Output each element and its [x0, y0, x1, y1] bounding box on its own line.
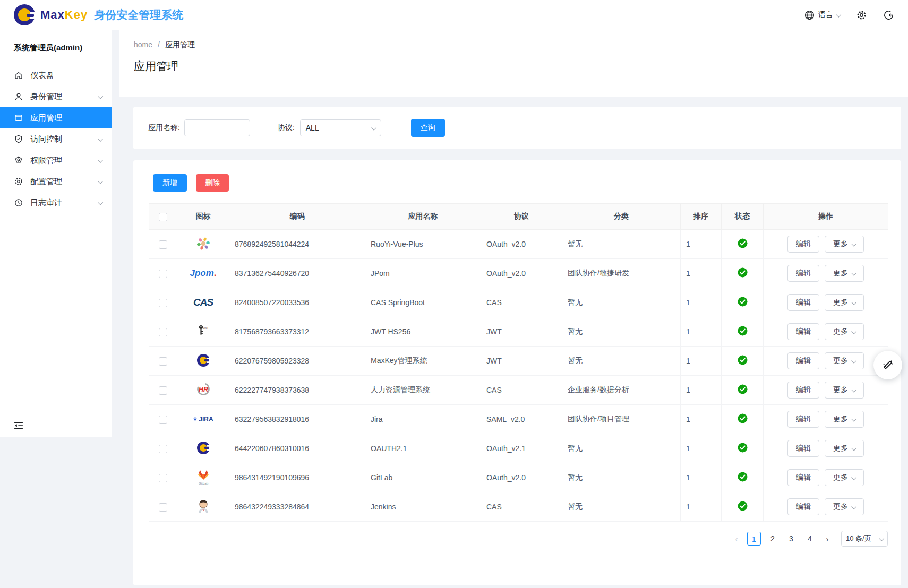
- next-page-button[interactable]: ›: [821, 534, 833, 543]
- row-checkbox[interactable]: [159, 474, 167, 482]
- gitlab-logo: GitLab: [194, 468, 212, 486]
- language-menu[interactable]: 语言: [804, 10, 840, 21]
- table-row: 622076759805923328MaxKey管理系统JWT暂无1编辑更多: [149, 347, 888, 376]
- sidebar-item-configuration[interactable]: 配置管理: [0, 171, 112, 192]
- row-checkbox[interactable]: [159, 270, 167, 278]
- magic-wand-fab[interactable]: [873, 351, 902, 379]
- app-sort-cell: 1: [681, 347, 722, 376]
- chevron-down-icon: [851, 416, 856, 421]
- app-category-cell: 团队协作/敏捷研发: [562, 259, 681, 288]
- logout-icon[interactable]: [883, 10, 894, 21]
- svg-text:GitLab: GitLab: [198, 481, 208, 485]
- edit-button[interactable]: 编辑: [787, 352, 819, 369]
- more-button[interactable]: 更多: [825, 469, 864, 486]
- more-button[interactable]: 更多: [825, 265, 864, 282]
- prev-page-button[interactable]: ‹: [731, 534, 742, 543]
- app-code-cell: 837136275440926720: [229, 259, 365, 288]
- pagination: ‹1234›10 条/页: [133, 531, 888, 547]
- row-checkbox[interactable]: [159, 416, 167, 424]
- row-checkbox[interactable]: [159, 503, 167, 512]
- breadcrumb-home-link[interactable]: home: [134, 40, 152, 50]
- select-all-checkbox[interactable]: [159, 213, 167, 221]
- sidebar-item-permissions[interactable]: 权限管理: [0, 150, 112, 171]
- breadcrumb: home / 应用管理: [119, 30, 908, 50]
- sidebar-item-identity[interactable]: 身份管理: [0, 86, 112, 107]
- status-enabled-icon: [738, 300, 748, 308]
- sidebar-item-label: 配置管理: [30, 177, 62, 187]
- row-checkbox[interactable]: [159, 299, 167, 307]
- row-checkbox[interactable]: [159, 328, 167, 336]
- more-button[interactable]: 更多: [825, 498, 864, 515]
- ruoyi-logo: [195, 236, 211, 252]
- page-header: home / 应用管理 应用管理: [119, 30, 908, 97]
- brand-name: Max: [40, 8, 65, 22]
- app-category-cell: 暂无: [562, 347, 681, 376]
- status-enabled-icon: [738, 271, 748, 279]
- top-header: MaxKey 身份安全管理系统 语言: [0, 0, 908, 30]
- sidebar-item-audit-log[interactable]: 日志审计: [0, 192, 112, 213]
- status-enabled-icon: [738, 329, 748, 338]
- page-button-2[interactable]: 2: [766, 532, 779, 546]
- app-sort-cell: 1: [681, 434, 722, 463]
- cas-logo: CAS: [193, 297, 213, 308]
- row-checkbox[interactable]: [159, 445, 167, 453]
- edit-button[interactable]: 编辑: [787, 498, 819, 515]
- edit-button[interactable]: 编辑: [787, 411, 819, 428]
- app-protocol-cell: CAS: [481, 288, 562, 317]
- chevron-down-icon: [98, 93, 103, 99]
- chevron-down-icon: [836, 12, 841, 17]
- edit-button[interactable]: 编辑: [787, 236, 819, 253]
- edit-button[interactable]: 编辑: [787, 294, 819, 311]
- edit-button[interactable]: 编辑: [787, 469, 819, 486]
- svg-text:HR: HR: [198, 386, 208, 393]
- more-button[interactable]: 更多: [825, 382, 864, 399]
- table-row: 644220607860310016OAUTH2.1OAuth_v2.1暂无1编…: [149, 434, 888, 463]
- table-body: 876892492581044224RuoYi-Vue-PlusOAuth_v2…: [149, 230, 888, 522]
- sidebar-item-label: 权限管理: [30, 155, 62, 166]
- language-label: 语言: [818, 10, 833, 20]
- edit-button[interactable]: 编辑: [787, 265, 819, 282]
- search-button[interactable]: 查询: [411, 119, 445, 137]
- column-header: 操作: [764, 204, 888, 230]
- edit-button[interactable]: 编辑: [787, 323, 819, 340]
- delete-button[interactable]: 删除: [196, 174, 229, 192]
- row-checkbox[interactable]: [159, 386, 167, 395]
- row-checkbox[interactable]: [159, 357, 167, 366]
- page-size-select[interactable]: 10 条/页: [841, 531, 888, 547]
- app-protocol-cell: OAuth_v2.0: [481, 230, 562, 259]
- app-sort-cell: 1: [681, 317, 722, 347]
- more-button[interactable]: 更多: [825, 440, 864, 457]
- more-button[interactable]: 更多: [825, 411, 864, 428]
- jpom-logo: Jpom.: [190, 268, 216, 279]
- gear-icon[interactable]: [856, 10, 867, 21]
- app-name-cell: JPom: [365, 259, 481, 288]
- protocol-select[interactable]: ALL: [300, 119, 381, 136]
- more-button[interactable]: 更多: [825, 352, 864, 369]
- more-button[interactable]: 更多: [825, 294, 864, 311]
- more-button[interactable]: 更多: [825, 236, 864, 253]
- chevron-down-icon: [98, 178, 103, 184]
- apps-table: 图标编码应用名称协议分类排序状态操作 876892492581044224Ruo…: [149, 203, 888, 522]
- svg-text:JWT: JWT: [203, 326, 209, 329]
- sidebar-item-access-control[interactable]: 访问控制: [0, 128, 112, 150]
- sidebar-item-apps[interactable]: 应用管理: [0, 107, 112, 128]
- add-button[interactable]: 新增: [153, 174, 187, 192]
- edit-button[interactable]: 编辑: [787, 382, 819, 399]
- edit-button[interactable]: 编辑: [787, 440, 819, 457]
- app-name-label: 应用名称:: [148, 123, 180, 133]
- app-protocol-cell: OAuth_v2.0: [481, 259, 562, 288]
- app-name-input[interactable]: [184, 119, 250, 136]
- sidebar-item-dashboard[interactable]: 仪表盘: [0, 65, 112, 86]
- row-checkbox[interactable]: [159, 240, 167, 249]
- app-name-cell: JWT HS256: [365, 317, 481, 347]
- maxkey-logo: [195, 352, 211, 368]
- more-button[interactable]: 更多: [825, 323, 864, 340]
- status-enabled-icon: [738, 358, 748, 367]
- page-button-1[interactable]: 1: [747, 532, 761, 546]
- page-button-4[interactable]: 4: [803, 532, 817, 546]
- sidebar-collapse-button[interactable]: [13, 420, 24, 431]
- jwt-logo: JWT: [195, 323, 211, 339]
- page-button-3[interactable]: 3: [784, 532, 798, 546]
- sidebar-item-label: 应用管理: [30, 113, 62, 123]
- column-header: 图标: [177, 204, 229, 230]
